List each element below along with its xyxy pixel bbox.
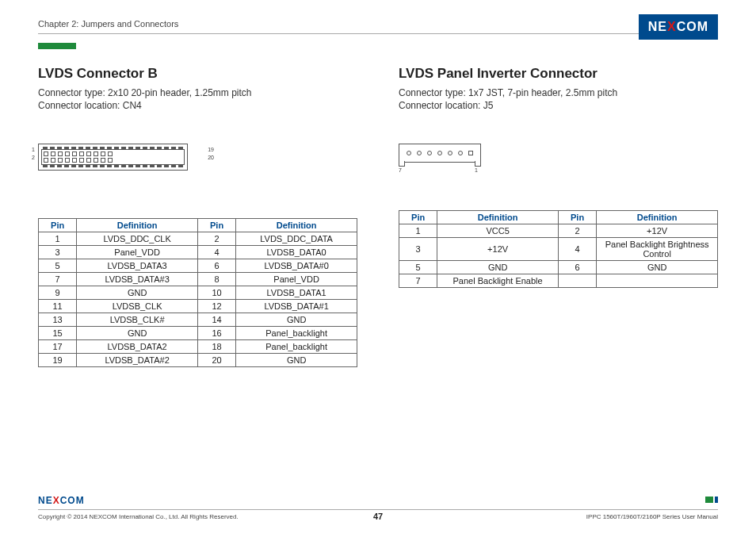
cell-pin: 8 — [197, 273, 235, 286]
cell-definition: +12V — [597, 224, 718, 238]
table-row: 3Panel_VDD4LVDSB_DATA0 — [39, 246, 357, 259]
connector-b-diagram: 1 2 19 20 — [38, 144, 204, 171]
cell-pin: 6 — [197, 259, 235, 273]
cell-pin: 6 — [558, 261, 596, 274]
connector-b-table: Pin Definition Pin Definition 1LVDS_DDC_… — [38, 218, 357, 367]
cell-pin: 3 — [39, 246, 77, 259]
cell-definition: LVDS_DDC_CLK — [77, 232, 198, 246]
cell-definition: LVDSB_DATA#3 — [77, 273, 198, 286]
cell-pin: 9 — [39, 286, 77, 300]
page-number: 47 — [373, 512, 383, 521]
cell-definition: VCC5 — [437, 224, 559, 238]
cell-pin: 2 — [558, 224, 596, 238]
cell-definition: GND — [77, 286, 198, 300]
cell-pin: 20 — [197, 354, 235, 367]
cell-definition: Panel Backlight Enable — [437, 274, 559, 288]
cell-definition: Panel_backlight — [236, 340, 357, 354]
cell-definition: LVDSB_CLK# — [77, 313, 198, 327]
cell-definition: LVDSB_DATA#1 — [236, 300, 357, 313]
cell-definition: GND — [437, 261, 559, 274]
cell-definition: LVDSB_DATA#0 — [236, 259, 357, 273]
cell-pin: 14 — [197, 313, 235, 327]
cell-pin: 4 — [197, 246, 235, 259]
cell-definition: LVDSB_DATA2 — [77, 340, 198, 354]
cell-pin: 3 — [399, 238, 437, 261]
cell-definition: LVDSB_DATA3 — [77, 259, 198, 273]
cell-definition: GND — [597, 261, 718, 274]
cell-pin: 16 — [197, 327, 235, 340]
th-definition: Definition — [236, 219, 357, 232]
table-row: 3+12V4Panel Backlight Brightness Control — [399, 238, 718, 261]
table-row: 7Panel Backlight Enable — [399, 274, 718, 288]
right-desc-line1: Connector type: 1x7 JST, 7-pin header, 2… — [399, 86, 718, 99]
right-heading: LVDS Panel Inverter Connector — [399, 66, 718, 82]
cell-definition: +12V — [437, 238, 559, 261]
table-row: 15GND16Panel_backlight — [39, 327, 357, 340]
cell-pin: 15 — [39, 327, 77, 340]
cell-definition: Panel_backlight — [236, 327, 357, 340]
th-definition: Definition — [77, 219, 198, 232]
header-bar: Chapter 2: Jumpers and Connectors NEXCOM — [38, 19, 718, 34]
cell-definition: Panel_VDD — [77, 246, 198, 259]
cell-definition: GND — [236, 313, 357, 327]
chapter-title: Chapter 2: Jumpers and Connectors — [38, 19, 718, 29]
footer-logo: NEXCOM — [38, 495, 718, 506]
th-pin: Pin — [39, 219, 77, 232]
pin-row-bottom — [44, 158, 182, 163]
cell-pin: 7 — [399, 274, 437, 288]
footer: NEXCOM Copyright © 2014 NEXCOM Internati… — [38, 495, 718, 520]
table-row: 11LVDSB_CLK12LVDSB_DATA#1 — [39, 300, 357, 313]
cell-definition — [597, 274, 718, 288]
th-pin: Pin — [399, 211, 437, 224]
cell-pin: 1 — [39, 232, 77, 246]
cell-pin: 18 — [197, 340, 235, 354]
cell-pin: 1 — [399, 224, 437, 238]
cell-pin: 19 — [39, 354, 77, 367]
nexcom-logo: NEXCOM — [639, 14, 718, 36]
left-desc-line1: Connector type: 2x10 20-pin header, 1.25… — [38, 86, 357, 99]
cell-definition: LVDSB_DATA1 — [236, 286, 357, 300]
pin-label-1: 1 — [475, 167, 478, 173]
cell-pin: 11 — [39, 300, 77, 313]
cell-pin: 7 — [39, 273, 77, 286]
table-row: 13LVDSB_CLK#14GND — [39, 313, 357, 327]
pin-label-19: 19 — [208, 147, 214, 152]
th-pin: Pin — [558, 211, 596, 224]
cell-pin: 4 — [558, 238, 596, 261]
pin-label-1: 1 — [32, 147, 35, 152]
cell-definition: GND — [77, 327, 198, 340]
cell-pin: 10 — [197, 286, 235, 300]
cell-definition: Panel Backlight Brightness Control — [597, 238, 718, 261]
cell-pin: 17 — [39, 340, 77, 354]
left-column: LVDS Connector B Connector type: 2x10 20… — [38, 66, 357, 367]
table-row: 17LVDSB_DATA218Panel_backlight — [39, 340, 357, 354]
table-row: 1LVDS_DDC_CLK2LVDS_DDC_DATA — [39, 232, 357, 246]
right-column: LVDS Panel Inverter Connector Connector … — [399, 66, 718, 367]
inverter-connector-diagram: 7 1 — [399, 144, 494, 163]
left-desc-line2: Connector location: CN4 — [38, 99, 357, 112]
cell-pin: 12 — [197, 300, 235, 313]
header-notches-bottom — [41, 165, 185, 167]
cell-definition: GND — [236, 354, 357, 367]
pin-row-top — [44, 151, 182, 156]
cell-pin — [558, 274, 596, 288]
inverter-connector-table: Pin Definition Pin Definition 1VCC52+12V… — [399, 210, 718, 288]
cell-pin: 5 — [39, 259, 77, 273]
table-row: 7LVDSB_DATA#38Panel_VDD — [39, 273, 357, 286]
pin-label-7: 7 — [399, 167, 402, 173]
table-row: 1VCC52+12V — [399, 224, 718, 238]
table-row: 19LVDSB_DATA#220GND — [39, 354, 357, 367]
cell-definition: LVDSB_DATA0 — [236, 246, 357, 259]
th-pin: Pin — [197, 219, 235, 232]
left-heading: LVDS Connector B — [38, 66, 357, 82]
th-definition: Definition — [437, 211, 559, 224]
cell-pin: 2 — [197, 232, 235, 246]
footer-copyright: Copyright © 2014 NEXCOM International Co… — [38, 513, 239, 520]
cell-definition: LVDSB_DATA#2 — [77, 354, 198, 367]
table-row: 9GND10LVDSB_DATA1 — [39, 286, 357, 300]
right-desc-line2: Connector location: J5 — [399, 99, 718, 112]
th-definition: Definition — [597, 211, 718, 224]
cell-pin: 13 — [39, 313, 77, 327]
table-row: 5LVDSB_DATA36LVDSB_DATA#0 — [39, 259, 357, 273]
cell-definition: LVDS_DDC_DATA — [236, 232, 357, 246]
